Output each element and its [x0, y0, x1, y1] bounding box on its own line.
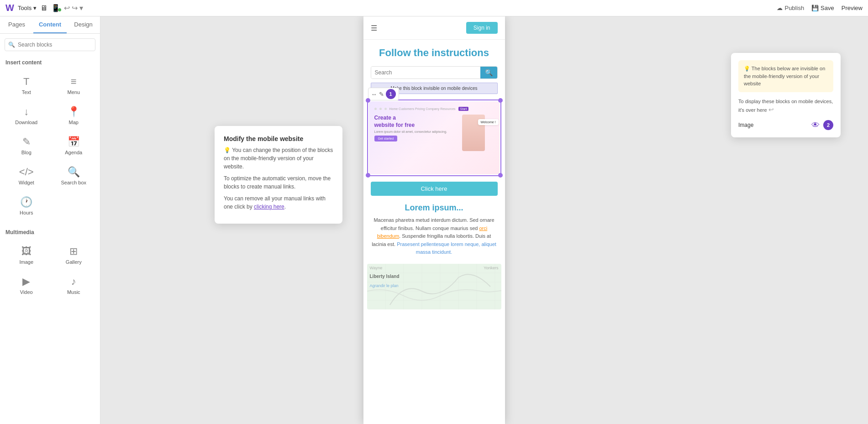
- svg-rect-0: [367, 264, 501, 309]
- block-item-text[interactable]: T Text: [4, 71, 49, 99]
- block-item-video[interactable]: ▶ Video: [4, 271, 49, 299]
- canvas-area: ☰ Sign in Follow the instructions 🔍 Make…: [100, 16, 868, 424]
- block-item-download[interactable]: ↓ Download: [4, 101, 49, 130]
- preview-headline: Create a website for free: [374, 115, 447, 129]
- lorem-title: Lorem ipsum...: [371, 203, 498, 213]
- map-icon: 📍: [68, 106, 80, 118]
- menu-icon: ≡: [71, 76, 77, 88]
- hours-icon: 🕐: [20, 196, 32, 208]
- preview-hero: Create a website for free Lorem ipsum do…: [374, 115, 494, 151]
- search-blocks-container: 🔍: [5, 38, 95, 51]
- preview-button[interactable]: Preview: [842, 5, 863, 11]
- music-icon: ♪: [71, 276, 76, 288]
- more-options-button[interactable]: ▾: [79, 4, 83, 12]
- map-section: Wayne Yonkers Liberty Island Agrandir le…: [367, 264, 501, 309]
- preview-headline-2: website for free: [374, 122, 415, 128]
- lorem-section: Lorem ipsum... Macenas pharetra metud in…: [363, 199, 505, 260]
- block-label-map: Map: [69, 120, 79, 125]
- tab-pages[interactable]: Pages: [0, 16, 33, 33]
- text-icon: T: [23, 76, 29, 88]
- handle-bl[interactable]: [366, 173, 370, 178]
- block-item-widget[interactable]: </> Widget: [4, 162, 49, 190]
- sign-in-button[interactable]: Sign in: [466, 22, 498, 34]
- resize-horizontal-button[interactable]: ↔: [371, 91, 377, 98]
- mobile-canvas: ☰ Sign in Follow the instructions 🔍 Make…: [363, 16, 505, 424]
- desktop-icon: 🖥: [40, 4, 47, 12]
- block-badge-1: 1: [386, 89, 396, 99]
- block-label-blog: Blog: [21, 150, 32, 155]
- tooltip-text1: 💡 You can change the position of the blo…: [224, 146, 333, 171]
- multimedia-grid: 🖼 Image ⊞ Gallery ▶ Video ♪ Music: [0, 239, 100, 301]
- map-grid-svg: [367, 264, 501, 309]
- image-block-wrapper[interactable]: ↔ ✎ 1 Home Customers Pricing Company Res…: [367, 99, 501, 176]
- publish-button[interactable]: ☁ Publish: [777, 5, 804, 11]
- preview-sub: Lorem ipsum dolor sit amet, consectetur …: [374, 130, 447, 133]
- device-mobile[interactable]: 📱: [51, 4, 60, 12]
- block-item-music[interactable]: ♪ Music: [51, 271, 97, 299]
- search-blocks-input[interactable]: [5, 38, 95, 51]
- mobile-search-bar: 🔍: [371, 66, 498, 79]
- visibility-toggle-button[interactable]: 👁: [811, 120, 820, 130]
- tools-button[interactable]: Tools ▾: [18, 5, 37, 11]
- tab-content[interactable]: Content: [33, 16, 67, 33]
- block-item-search-box[interactable]: 🔍 Search box: [51, 162, 97, 190]
- right-panel-subtext: To display these blocks on mobile device…: [738, 98, 833, 115]
- preview-cta-btn[interactable]: Get started: [374, 136, 398, 141]
- block-item-image[interactable]: 🖼 Image: [4, 241, 49, 269]
- topbar-right: ☁ Publish 💾 Save Preview: [777, 5, 863, 11]
- block-label-download: Download: [15, 120, 37, 125]
- image-icon: 🖼: [21, 246, 32, 257]
- handle-tr[interactable]: [498, 98, 503, 103]
- save-label: Save: [821, 5, 834, 11]
- handle-br[interactable]: [498, 173, 503, 178]
- panel-badge-2: 2: [823, 120, 833, 130]
- right-panel-subtext-content: To display these blocks on mobile device…: [738, 99, 833, 113]
- right-panel-notice: 💡 The blocks below are invisible on the …: [738, 60, 833, 92]
- mobile-search-button[interactable]: 🔍: [480, 67, 497, 79]
- topbar-left: W Tools ▾ 🖥 📱 ↩ ↪ ▾: [5, 3, 83, 13]
- block-label-video: Video: [20, 289, 33, 295]
- right-panel-bulb: 💡: [744, 66, 750, 71]
- block-item-map[interactable]: 📍 Map: [51, 101, 97, 130]
- sidebar: Pages Content Design 🔍 Insert content T …: [0, 16, 100, 424]
- right-panel-image-row: Image 👁 2: [738, 120, 833, 130]
- right-panel-arrow: ↩: [768, 106, 774, 113]
- download-icon: ↓: [24, 106, 29, 118]
- tooltip-clicking-here-link[interactable]: clicking here: [254, 204, 284, 210]
- blocks-grid: T Text ≡ Menu ↓ Download 📍 Map ✎ Blog 📅 …: [0, 69, 100, 222]
- block-label-gallery: Gallery: [66, 259, 82, 265]
- block-label-agenda: Agenda: [65, 150, 82, 155]
- block-item-agenda[interactable]: 📅 Agenda: [51, 131, 97, 160]
- right-panel-notice-text: The blocks below are invisible on the mo…: [744, 66, 825, 86]
- search-box-icon: 🔍: [68, 166, 80, 178]
- tab-design[interactable]: Design: [67, 16, 100, 33]
- hamburger-icon[interactable]: ☰: [371, 24, 377, 32]
- edit-image-button[interactable]: ✎: [379, 91, 384, 98]
- logo: W: [5, 3, 14, 13]
- mobile-active-dot: [58, 8, 61, 11]
- lorem-link-orci[interactable]: orci bibendum: [377, 225, 487, 239]
- preview-dot-2: [379, 108, 382, 110]
- save-button[interactable]: 💾 Save: [811, 5, 834, 11]
- tooltip-title: Modify the mobile website: [224, 135, 333, 142]
- block-item-hours[interactable]: 🕐 Hours: [4, 192, 49, 220]
- section-title: Follow the instructions: [363, 40, 505, 63]
- sidebar-tabs: Pages Content Design: [0, 16, 100, 34]
- block-item-gallery[interactable]: ⊞ Gallery: [51, 241, 97, 269]
- tooltip-text2: To optimize the automatic version, move …: [224, 174, 333, 191]
- click-here-button[interactable]: Click here: [371, 182, 498, 196]
- block-item-blog[interactable]: ✎ Blog: [4, 131, 49, 160]
- preview-headline-group: Create a website for free Lorem ipsum do…: [374, 115, 447, 141]
- preview-topbar: Home Customers Pricing Company Resources…: [374, 107, 494, 111]
- publish-label: Publish: [784, 5, 804, 11]
- undo-button[interactable]: ↩: [64, 4, 70, 12]
- redo-button[interactable]: ↪: [72, 4, 78, 12]
- insert-content-label: Insert content: [0, 56, 100, 69]
- save-icon: 💾: [811, 5, 819, 11]
- undo-redo-group: ↩ ↪ ▾: [64, 4, 83, 12]
- block-item-menu[interactable]: ≡ Menu: [51, 71, 97, 99]
- handle-tl[interactable]: [366, 98, 370, 103]
- mobile-search-input[interactable]: [371, 67, 480, 79]
- device-desktop[interactable]: 🖥: [40, 4, 47, 12]
- tooltip-modify-mobile: Modify the mobile website 💡 You can chan…: [215, 126, 342, 224]
